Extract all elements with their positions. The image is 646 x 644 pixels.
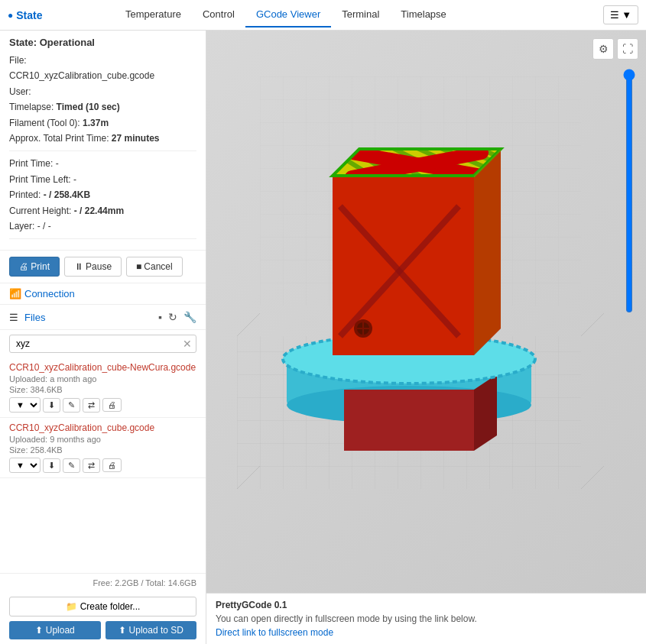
nav-tabs: Temperature Control GCode Viewer Termina… — [115, 2, 603, 28]
file-move-1[interactable]: ⇄ — [83, 398, 100, 413]
file-name-1[interactable]: CCR10_xyzCalibration_cube-NewCura.gcode — [9, 362, 196, 373]
nav-menu-button[interactable]: ☰ ▼ — [603, 5, 638, 24]
file-actions-1: ▼ ⬇ ✎ ⇄ 🖨 — [9, 397, 196, 413]
state-status: Operational — [40, 37, 95, 48]
menu-icon: ☰ — [610, 9, 619, 21]
svg-rect-10 — [344, 390, 474, 451]
print-time-left-info: Print Time Left: - — [9, 172, 196, 187]
connection-link[interactable]: 📶 Connection — [9, 288, 196, 299]
action-buttons: 🖨 Print ⏸ Pause ■ Cancel — [0, 251, 206, 283]
tab-terminal[interactable]: Terminal — [331, 2, 390, 28]
file-meta-1: Uploaded: a month ago — [9, 374, 196, 383]
sidebar: State: Operational File: CCR10_xyzCalibr… — [0, 31, 206, 644]
layer-slider[interactable] — [622, 69, 637, 313]
content-area: ⚙ ⛶ — [206, 31, 646, 644]
main-layout: State: Operational File: CCR10_xyzCalibr… — [0, 31, 646, 644]
model-svg — [214, 38, 604, 512]
cancel-icon: ■ — [136, 261, 141, 272]
file-edit-1[interactable]: ✎ — [63, 398, 80, 413]
state-title: ● State — [8, 9, 99, 21]
folder-upload: 📁 Create folder... ⬆ Upload ⬆ Upload to … — [0, 592, 206, 644]
tab-control[interactable]: Control — [192, 2, 245, 28]
files-header-icons: ▪ ↻ 🔧 — [158, 311, 196, 323]
timelapse-info: Timelapse: Timed (10 sec) — [9, 99, 196, 115]
file-download-1[interactable]: ⬇ — [43, 398, 60, 413]
svg-line-4 — [581, 466, 604, 489]
print-button[interactable]: 🖨 Print — [9, 257, 60, 277]
storage-info: Free: 2.2GB / Total: 14.6GB — [0, 573, 206, 592]
top-navigation: ● State Temperature Control GCode Viewer… — [0, 0, 646, 31]
file-icon: ▪ — [158, 311, 162, 323]
state-label: State — [16, 9, 42, 21]
upload-icon: ⬆ — [35, 625, 43, 636]
viewer-title: PrettyGCode 0.1 — [216, 600, 637, 610]
footer-info: PrettyGCode 0.1 You can open directly in… — [206, 593, 646, 644]
state-header: State: Operational — [9, 37, 196, 48]
list-item: CCR10_xyzCalibration_cube-NewCura.gcode … — [0, 358, 206, 418]
fullscreen-button[interactable]: ⛶ — [617, 38, 638, 60]
files-link[interactable]: Files — [24, 312, 45, 323]
file-search: ✕ — [0, 330, 206, 358]
menu-chevron: ▼ — [622, 9, 631, 21]
connection-section: 📶 Connection — [0, 283, 206, 305]
filament-info: Filament (Tool 0): 1.37m — [9, 115, 196, 131]
file-size-2: Size: 258.4KB — [9, 445, 196, 455]
file-value: CCR10_xyzCalibration_cube.gcode — [9, 70, 154, 81]
upload-sd-icon: ⬆ — [118, 625, 126, 636]
print-icon: 🖨 — [19, 261, 28, 272]
list-item: CCR10_xyzCalibration_cube.gcode Uploaded… — [0, 418, 206, 478]
file-actions-2: ▼ ⬇ ✎ ⇄ 🖨 — [9, 458, 196, 473]
file-print-2[interactable]: 🖨 — [102, 458, 122, 472]
folder-icon: 📁 — [66, 601, 77, 612]
state-icon: ● — [8, 10, 13, 21]
height-info: Current Height: - / 22.44mm — [9, 203, 196, 218]
file-download-2[interactable]: ⬇ — [43, 458, 60, 473]
upload-buttons: ⬆ Upload ⬆ Upload to SD — [9, 621, 196, 639]
settings-button[interactable]: ⚙ — [592, 38, 614, 60]
cancel-button[interactable]: ■ Cancel — [126, 257, 183, 277]
signal-icon: 📶 — [9, 288, 21, 299]
wrench-icon[interactable]: 🔧 — [183, 311, 196, 323]
tab-timelapse[interactable]: Timelapse — [390, 2, 456, 28]
search-input[interactable] — [9, 335, 196, 353]
file-select-1[interactable]: ▼ — [9, 397, 41, 413]
file-name-2[interactable]: CCR10_xyzCalibration_cube.gcode — [9, 422, 196, 433]
vertical-slider — [622, 69, 637, 555]
tab-temperature[interactable]: Temperature — [115, 2, 192, 28]
file-print-1[interactable]: 🖨 — [102, 398, 122, 412]
viewer-controls: ⚙ ⛶ — [592, 38, 638, 60]
svg-line-2 — [581, 313, 604, 336]
pause-button[interactable]: ⏸ Pause — [64, 257, 122, 277]
tab-gcode-viewer[interactable]: GCode Viewer — [245, 2, 331, 28]
refresh-icon[interactable]: ↻ — [168, 311, 177, 323]
svg-marker-38 — [474, 149, 501, 355]
file-size-1: Size: 384.6KB — [9, 385, 196, 394]
viewer-canvas[interactable]: ⚙ ⛶ — [206, 31, 646, 593]
files-section: ☰ Files ▪ ↻ 🔧 ✕ — [0, 305, 206, 644]
divider-2 — [9, 238, 196, 239]
file-list: CCR10_xyzCalibration_cube-NewCura.gcode … — [0, 358, 206, 573]
pause-icon: ⏸ — [74, 261, 83, 272]
files-header: ☰ Files ▪ ↻ 🔧 — [0, 305, 206, 330]
file-info: File: CCR10_xyzCalibration_cube.gcode — [9, 53, 196, 84]
approx-time-info: Approx. Total Print Time: 27 minutes — [9, 131, 196, 146]
upload-button[interactable]: ⬆ Upload — [9, 621, 101, 639]
list-icon: ☰ — [9, 312, 18, 323]
clear-search-button[interactable]: ✕ — [183, 338, 192, 350]
divider-1 — [9, 150, 196, 151]
print-time-info: Print Time: - — [9, 156, 196, 171]
svg-line-1 — [237, 313, 260, 336]
file-edit-2[interactable]: ✎ — [63, 458, 80, 473]
file-move-2[interactable]: ⇄ — [83, 458, 100, 473]
layer-info: Layer: - / - — [9, 218, 196, 234]
gcode-viewer: ⚙ ⛶ — [206, 31, 646, 593]
create-folder-button[interactable]: 📁 Create folder... — [9, 597, 196, 616]
user-info: User: — [9, 84, 196, 99]
state-section: State: Operational File: CCR10_xyzCalibr… — [0, 31, 206, 251]
fullscreen-link[interactable]: Direct link to fullscreen mode — [216, 627, 333, 638]
upload-sd-button[interactable]: ⬆ Upload to SD — [106, 621, 197, 639]
file-select-2[interactable]: ▼ — [9, 458, 41, 473]
viewer-description: You can open directly in fullscreen mode… — [216, 613, 637, 624]
file-meta-2: Uploaded: 9 months ago — [9, 435, 196, 444]
printed-info: Printed: - / 258.4KB — [9, 187, 196, 202]
